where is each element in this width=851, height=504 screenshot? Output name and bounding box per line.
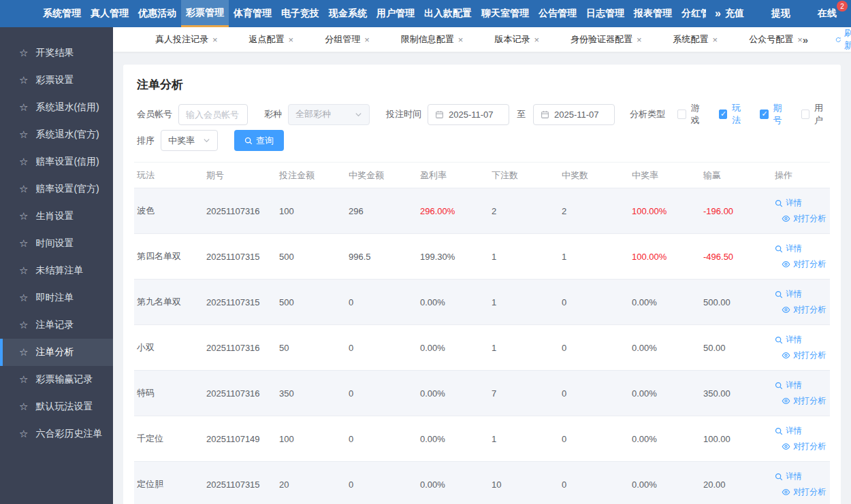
date-to-input[interactable]: 2025-11-07 [533, 104, 615, 125]
analyze-link[interactable]: 对打分析 [782, 256, 830, 272]
sidebar-item[interactable]: ☆ 彩票设置 [0, 67, 113, 94]
detail-link[interactable]: 详情 [775, 377, 830, 393]
nav-item-label: 真人管理 [91, 7, 129, 20]
close-icon[interactable]: × [212, 35, 218, 45]
close-icon[interactable]: × [797, 35, 803, 45]
star-icon: ☆ [19, 210, 28, 222]
nav-item[interactable]: 真人管理 [86, 0, 133, 27]
nav-menu: 系统管理 真人管理 优惠活动 彩票管理 体育管理 电子竞技 现金系统 [38, 0, 711, 27]
cell-bet-amount: 350 [276, 371, 346, 416]
tab[interactable]: 分组管理 × [325, 33, 370, 46]
tab-label: 真人投注记录 [155, 33, 208, 46]
lottery-type-select[interactable]: 全部彩种 [288, 104, 370, 125]
close-icon[interactable]: × [458, 35, 464, 45]
analyze-link[interactable]: 对打分析 [782, 348, 830, 363]
detail-link[interactable]: 详情 [775, 241, 830, 256]
nav-item[interactable]: 公告管理 [534, 0, 581, 27]
sidebar-item[interactable]: ☆ 未结算注单 [0, 257, 113, 284]
cell-win-amount: 0 [346, 416, 417, 462]
analysis-type-checkbox[interactable]: 用户 [801, 102, 831, 127]
sidebar-item[interactable]: ☆ 即时注单 [0, 284, 113, 312]
sidebar-item[interactable]: ☆ 注单分析 [0, 339, 113, 366]
nav-item[interactable]: 聊天室管理 [477, 0, 534, 27]
tab[interactable]: 返点配置 × [249, 33, 294, 46]
sidebar-item[interactable]: ☆ 时间设置 [0, 230, 113, 257]
analyze-link[interactable]: 对打分析 [782, 393, 830, 409]
cell-actions: 详情 对打分析 [772, 462, 830, 504]
sidebar-item[interactable]: ☆ 注单记录 [0, 312, 113, 339]
search-button[interactable]: 查询 [234, 130, 284, 151]
close-icon[interactable]: × [534, 35, 539, 45]
star-icon: ☆ [19, 237, 28, 250]
cell-play: 第九名单双 [134, 280, 204, 325]
sidebar-item[interactable]: ☆ 赔率设置(信用) [0, 148, 113, 175]
tab[interactable]: 系统配置 × [673, 33, 718, 46]
nav-item[interactable]: 彩票管理 [181, 0, 229, 27]
detail-link[interactable]: 详情 [775, 195, 830, 211]
sidebar-item-label: 系统退水(官方) [35, 129, 99, 141]
refresh-button[interactable]: 刷新 [835, 27, 851, 52]
nav-item[interactable]: 分红管理 [677, 0, 711, 27]
sort-select[interactable]: 中奖率 [161, 130, 218, 151]
cell-net: 500.00 [701, 280, 772, 325]
analysis-type-checkbox[interactable]: 游戏 [677, 102, 707, 127]
sidebar-item[interactable]: ☆ 默认玩法设置 [0, 393, 113, 420]
close-icon[interactable]: × [364, 35, 370, 45]
analyze-link[interactable]: 对打分析 [782, 211, 830, 226]
close-icon[interactable]: × [713, 35, 718, 45]
tab[interactable]: 真人投注记录 × [155, 33, 218, 46]
sidebar-item[interactable]: ☆ 开奖结果 [0, 39, 113, 67]
detail-link[interactable]: 详情 [775, 286, 830, 302]
tab[interactable]: 身份验证器配置 × [571, 33, 642, 46]
sidebar-item[interactable]: ☆ 彩票输赢记录 [0, 366, 113, 393]
nav-overflow-chevron-icon[interactable]: » [711, 7, 725, 20]
member-account-input[interactable] [178, 104, 248, 125]
analyze-link[interactable]: 对打分析 [782, 484, 830, 500]
nav-right-item[interactable]: 在线 2 [818, 7, 837, 20]
sidebar-item[interactable]: ☆ 生肖设置 [0, 203, 113, 230]
analyze-link[interactable]: 对打分析 [782, 302, 830, 318]
nav-item[interactable]: 优惠活动 [133, 0, 181, 27]
analyze-link[interactable]: 对打分析 [782, 439, 830, 454]
detail-link[interactable]: 详情 [775, 332, 830, 348]
sidebar-item[interactable]: ☆ 系统退水(官方) [0, 121, 113, 148]
table-row: 第四名单双 20251107315 500 996.5 199.30% 1 1 … [134, 234, 830, 280]
tabs-overflow-chevron-icon[interactable]: » [803, 34, 808, 46]
tab[interactable]: 限制信息配置 × [401, 33, 464, 46]
sidebar-item[interactable]: ☆ 六合彩历史注单 [0, 420, 113, 448]
cell-win-rate: 0.00% [629, 462, 701, 504]
nav-item[interactable]: 现金系统 [324, 0, 372, 27]
nav-item[interactable]: 电子竞技 [276, 0, 324, 27]
detail-link[interactable]: 详情 [775, 469, 830, 484]
nav-item[interactable]: 系统管理 [38, 0, 86, 27]
nav-item[interactable]: 体育管理 [229, 0, 276, 27]
nav-item[interactable]: 日志管理 [581, 0, 629, 27]
sidebar-item[interactable]: ☆ 赔率设置(官方) [0, 175, 113, 203]
cell-win-rate: 0.00% [629, 280, 701, 325]
close-icon[interactable]: × [637, 35, 642, 45]
cell-bet-count: 1 [489, 416, 559, 462]
cell-issue: 20251107315 [204, 280, 276, 325]
tab[interactable]: 版本记录 × [494, 33, 539, 46]
close-icon[interactable]: × [289, 35, 294, 45]
tab-label: 版本记录 [494, 33, 530, 46]
tab[interactable]: 公众号配置 × [749, 33, 803, 46]
detail-link-label: 详情 [786, 332, 802, 348]
search-icon [775, 290, 783, 299]
cell-net: 50.00 [701, 325, 772, 371]
detail-link[interactable]: 详情 [775, 423, 830, 439]
cell-net: 100.00 [701, 416, 772, 462]
date-from-input[interactable]: 2025-11-07 [428, 104, 509, 125]
nav-right-item[interactable]: 提现 [771, 7, 790, 20]
cell-win-count: 0 [559, 280, 629, 325]
star-icon: ☆ [19, 401, 28, 413]
analysis-type-checkbox[interactable]: 玩法 [719, 102, 748, 127]
nav-item[interactable]: 用户管理 [372, 0, 419, 27]
sidebar-item[interactable]: ☆ 系统退水(信用) [0, 94, 113, 121]
online-count-badge: 2 [837, 1, 848, 12]
nav-item[interactable]: 出入款配置 [419, 0, 477, 27]
date-to-value: 2025-11-07 [554, 110, 599, 120]
nav-right-item[interactable]: 充值 [725, 7, 744, 20]
analysis-type-checkbox[interactable]: 期号 [760, 102, 789, 127]
nav-item[interactable]: 报表管理 [629, 0, 677, 27]
